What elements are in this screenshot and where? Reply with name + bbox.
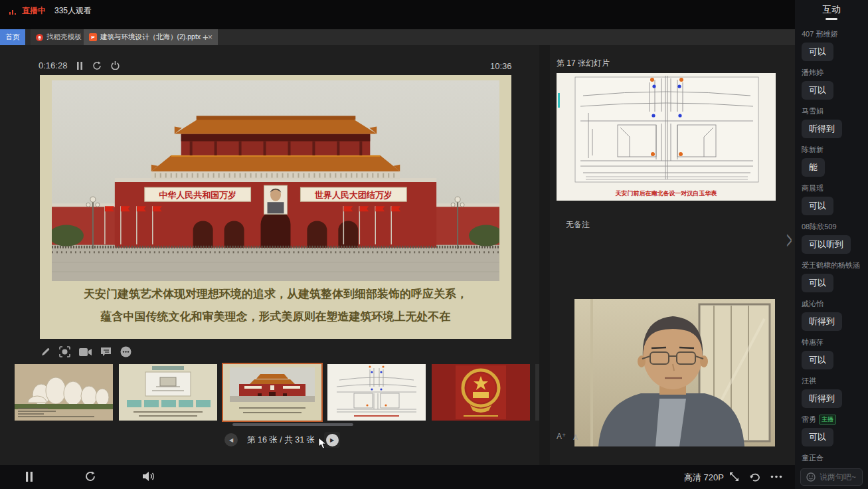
svg-text:中华人民共和国万岁: 中华人民共和国万岁 bbox=[159, 190, 236, 200]
presenter-toolbar bbox=[40, 346, 131, 357]
chat-message: 钟惠萍可以 bbox=[802, 338, 864, 369]
collapse-chat-handle[interactable]: > bbox=[786, 226, 792, 253]
tiananmen-photo: 中华人民共和国万岁 世界人民大团结万岁 bbox=[52, 80, 499, 281]
pen-annotate-icon[interactable] bbox=[40, 347, 50, 357]
chat-message: 童正合签到过了么 bbox=[802, 453, 864, 462]
speaker-notes: 无备注 bbox=[566, 219, 590, 231]
slide-thumbnail-partial[interactable] bbox=[535, 364, 539, 421]
more-tools-icon[interactable] bbox=[120, 346, 131, 357]
mouse-cursor bbox=[318, 437, 327, 449]
interaction-title-underline bbox=[825, 18, 837, 20]
preview-annotation-mark bbox=[558, 93, 560, 108]
svg-text:世界人民大团结万岁: 世界人民大团结万岁 bbox=[314, 190, 392, 200]
interaction-title: 互动 bbox=[795, 4, 868, 16]
player-control-bar: 高清 720P bbox=[0, 465, 795, 489]
tab-docer-templates[interactable]: 找稻壳模板 bbox=[31, 29, 87, 45]
next-slide-preview-title: 第 17 张幻灯片 bbox=[557, 58, 610, 69]
restart-timer-icon[interactable] bbox=[92, 61, 102, 70]
picture-flip-icon[interactable] bbox=[749, 471, 760, 482]
slide-position-label: 第 16 张 / 共 31 张 bbox=[247, 435, 315, 446]
chat-message: 陈新新能 bbox=[802, 145, 864, 177]
slide-thumbnail-domes[interactable] bbox=[15, 364, 113, 421]
slide-thumbnail-drawing-slide[interactable] bbox=[119, 364, 217, 421]
ppt-file-icon: P bbox=[89, 33, 97, 41]
camera-icon[interactable] bbox=[79, 347, 92, 357]
huabiao-elevation-drawing bbox=[557, 73, 776, 190]
live-signal-icon bbox=[9, 7, 17, 15]
slide-thumbnail-national-emblem[interactable] bbox=[432, 364, 530, 421]
host-badge: 主播 bbox=[819, 415, 836, 425]
viewer-count: 335人观看 bbox=[54, 5, 92, 17]
new-tab-button[interactable]: + bbox=[203, 31, 209, 43]
pause-stream-icon[interactable] bbox=[25, 472, 33, 482]
chat-message: 汪祺听得到 bbox=[802, 376, 864, 408]
end-presentation-icon[interactable] bbox=[111, 61, 120, 70]
interaction-panel: 互动 407 邢维娇可以 潘炜婷可以 马雪娟听得到 陈新新能 商晨瑶可以 08陈… bbox=[795, 0, 868, 489]
clock: 10:36 bbox=[490, 61, 512, 71]
panel-divider bbox=[539, 45, 550, 465]
chat-message: 08陈欣509可以听到 bbox=[802, 222, 864, 254]
chat-message-list[interactable]: 407 邢维娇可以 潘炜婷可以 马雪娟听得到 陈新新能 商晨瑶可以 08陈欣50… bbox=[802, 23, 864, 462]
chat-message: 马雪娟听得到 bbox=[802, 106, 864, 138]
laser-focus-icon[interactable] bbox=[59, 346, 70, 357]
tab-document[interactable]: P 建筑与环境设计（北海）(2).pptx × bbox=[84, 29, 218, 45]
chat-message: 407 邢维娇可以 bbox=[802, 29, 864, 61]
current-slide: 中华人民共和国万岁 世界人民大团结万岁 bbox=[40, 75, 511, 339]
emoji-icon[interactable] bbox=[806, 472, 816, 482]
slide-caption-line1: 天安门建筑艺术体现对理想环境的追求，从建筑整体到细部装饰的呼应关系， bbox=[46, 286, 505, 302]
volume-icon[interactable] bbox=[143, 471, 155, 482]
chat-input[interactable]: 说两句吧~ bbox=[800, 468, 863, 486]
tab-document-label: 建筑与环境设计（北海）(2).pptx bbox=[100, 33, 201, 42]
slide-thumbnail-tiananmen-current[interactable] bbox=[223, 364, 321, 421]
notes-font-increase-button[interactable]: A⁺ bbox=[557, 432, 566, 441]
app-root: 直播中 335人观看 首页 找稻壳模板 P 建筑与环境设计（北海）(2).ppt… bbox=[0, 0, 868, 489]
prev-slide-button[interactable]: ◀ bbox=[224, 433, 238, 446]
tab-home[interactable]: 首页 bbox=[0, 29, 25, 45]
chat-message: 爱王鹤棣的杨铁涵可以 bbox=[802, 260, 864, 292]
live-status-bar: 直播中 335人观看 bbox=[0, 0, 795, 29]
pause-presentation-icon[interactable] bbox=[76, 62, 83, 70]
tab-close-icon[interactable]: × bbox=[208, 33, 213, 42]
quality-selector[interactable]: 高清 720P bbox=[684, 472, 724, 484]
slide-caption-line2: 蕴含中国传统文化和审美理念，形式美原则在塑造建筑环境上无处不在 bbox=[46, 309, 505, 324]
slide-thumbnail-elevation-drawing[interactable] bbox=[327, 364, 426, 421]
chat-message: 戚沁怡听得到 bbox=[802, 299, 864, 331]
live-status-label: 直播中 bbox=[22, 5, 46, 17]
more-options-icon[interactable] bbox=[770, 475, 782, 478]
tab-home-label: 首页 bbox=[6, 33, 20, 42]
chat-input-placeholder: 说两句吧~ bbox=[820, 472, 856, 483]
tab-docer-label: 找稻壳模板 bbox=[46, 33, 82, 42]
chat-message: 雷勇主播 可以 bbox=[802, 415, 864, 446]
notes-font-decrease-button[interactable]: A bbox=[573, 434, 578, 441]
chat-toggle-icon[interactable] bbox=[100, 347, 112, 357]
presenter-video-feed bbox=[574, 299, 775, 446]
chat-message: 商晨瑶可以 bbox=[802, 183, 864, 215]
next-slide-arrow-icon: ▶ bbox=[326, 434, 339, 446]
elapsed-timer: 0:16:28 bbox=[39, 60, 67, 70]
preview-slide-caption: 天安门前后在南北各设一对汉白玉华表 bbox=[557, 189, 776, 198]
chat-message: 潘炜婷可以 bbox=[802, 68, 864, 100]
next-slide-preview[interactable]: 天安门前后在南北各设一对汉白玉华表 bbox=[557, 73, 776, 201]
thumbnail-scrollbar[interactable] bbox=[232, 423, 353, 426]
svg-text:P: P bbox=[91, 35, 95, 41]
refresh-stream-icon[interactable] bbox=[85, 471, 96, 482]
tab-bar: 首页 找稻壳模板 P 建筑与环境设计（北海）(2).pptx × + bbox=[0, 29, 795, 45]
fullscreen-icon[interactable] bbox=[729, 472, 739, 482]
docer-icon bbox=[36, 34, 43, 41]
